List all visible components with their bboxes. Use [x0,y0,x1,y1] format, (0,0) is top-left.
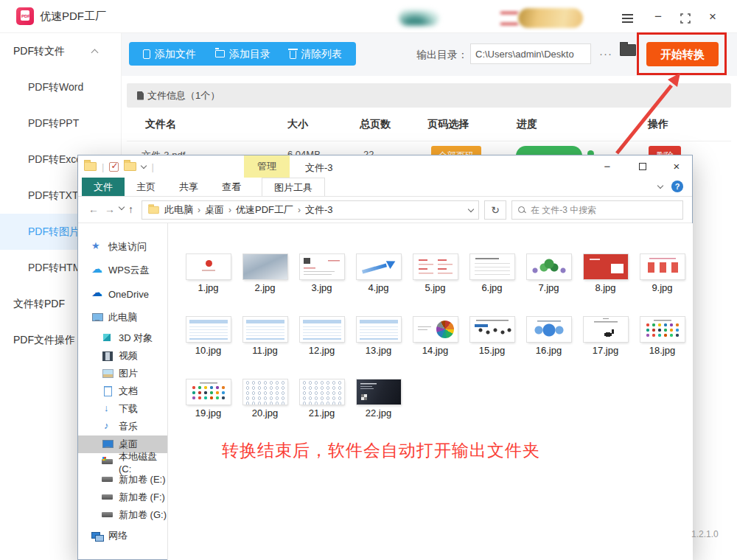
nav-item-label: 视频 [119,349,138,363]
ribbon-collapse-chevron-icon[interactable] [657,182,663,188]
tab-图片工具[interactable]: 图片工具 [262,178,325,196]
file-item[interactable]: 13.jpg [350,317,407,356]
tab-文件[interactable]: 文件 [82,178,125,196]
tab-共享[interactable]: 共享 [167,178,210,196]
nav-item-label: 桌面 [119,438,138,451]
file-item[interactable]: 22.jpg [350,379,407,419]
explorer-nav-item[interactable]: 下载 [78,400,167,418]
file-item[interactable]: 4.jpg [350,254,407,293]
file-item[interactable]: 20.jpg [237,379,293,419]
breadcrumb-separator: › [228,205,231,215]
file-item[interactable]: 2.jpg [237,254,293,293]
network-icon [91,531,103,541]
address-chevron-icon[interactable] [468,206,474,211]
breadcrumb-item[interactable]: 桌面 [205,203,224,217]
file-item[interactable]: 14.jpg [407,317,464,356]
file-item[interactable]: 7.jpg [520,254,577,293]
redacted-avatar [399,10,439,26]
explorer-nav-item[interactable]: OneDrive [78,282,167,306]
explorer-nav-item[interactable]: 视频 [78,347,167,365]
output-dir-input[interactable] [470,43,591,64]
add-folder-button[interactable]: 添加目录 [206,42,280,66]
explorer-maximize-icon[interactable] [632,158,654,175]
explorer-titlebar: | | 管理 文件-3 − × [78,155,692,178]
file-icon [143,49,150,59]
up-arrow-icon[interactable]: ↑ [128,203,133,215]
file-name: 3.jpg [293,282,350,293]
column-header: 总页数 [360,118,391,131]
forward-arrow-icon[interactable]: → [105,203,115,215]
explorer-close-icon[interactable]: × [666,158,688,175]
open-output-folder-icon[interactable] [620,44,636,56]
file-item[interactable]: 8.jpg [577,254,634,293]
clear-list-button[interactable]: 清除列表 [280,42,352,66]
file-item[interactable]: 9.jpg [634,254,691,293]
close-icon[interactable]: × [705,9,721,25]
help-icon[interactable]: ? [671,181,683,192]
browse-more-button[interactable]: ··· [597,43,615,64]
file-thumbnail [357,379,401,405]
explorer-nav-item[interactable]: 新加卷 (G:) [78,506,167,524]
history-chevron-icon[interactable] [119,204,125,210]
explorer-nav-item[interactable]: 文档 [78,382,167,400]
file-item[interactable]: 6.jpg [464,254,520,293]
ribbon-tabs: 文件主页共享查看图片工具 [78,178,692,197]
file-item[interactable]: 10.jpg [180,317,237,356]
file-item[interactable]: 11.jpg [237,317,293,356]
output-dir-label: 输出目录： [416,49,468,62]
explorer-nav-item[interactable]: 3D 对象 [78,329,167,347]
add-file-button[interactable]: 添加文件 [133,42,206,66]
explorer-nav-item[interactable]: 新加卷 (E:) [78,471,167,489]
explorer-nav-item[interactable]: 音乐 [78,418,167,435]
explorer-nav-item[interactable]: 本地磁盘 (C: [78,453,167,471]
file-item[interactable]: 19.jpg [180,379,237,419]
redacted-vip-pill[interactable] [518,8,583,28]
file-thumbnail [300,254,344,279]
folder-icon[interactable] [124,162,136,171]
breadcrumb-item[interactable]: 文件-3 [305,203,333,217]
explorer-nav-item[interactable]: 图片 [78,365,167,382]
file-item[interactable]: 1.jpg [180,254,237,293]
file-thumbnail [300,317,344,342]
explorer-nav-item[interactable]: 新加卷 (F:) [78,489,167,506]
minimize-icon[interactable]: − [650,9,666,25]
search-box[interactable] [511,200,683,220]
search-input[interactable] [531,205,663,215]
checkmark-icon[interactable] [109,162,119,172]
sidebar-group-pdf-to-file[interactable]: PDF转文件 [0,33,121,69]
file-item[interactable]: 12.jpg [293,317,350,356]
document-icon [137,91,144,100]
file-item[interactable]: 15.jpg [464,317,520,356]
file-item[interactable]: 3.jpg [293,254,350,293]
breadcrumb-item[interactable]: 优速PDF工厂 [236,203,293,217]
file-item[interactable]: 5.jpg [407,254,464,293]
tab-查看[interactable]: 查看 [210,178,253,196]
file-item[interactable]: 18.jpg [634,317,691,356]
back-arrow-icon[interactable]: ← [88,203,99,215]
file-thumbnail [413,317,458,342]
chevron-down-icon[interactable] [141,162,147,168]
explorer-window: | | 管理 文件-3 − × 文件主页共享查看图片工具 ? ← → ↑ 此电 [77,155,693,560]
fullscreen-icon[interactable] [677,9,694,25]
file-info-label: 文件信息（1个） [147,89,220,102]
breadcrumb-item[interactable]: 此电脑 [164,203,193,217]
refresh-button[interactable]: ↻ [484,200,506,220]
file-item[interactable]: 16.jpg [520,317,577,356]
explorer-nav-pane: 快速访问WPS云盘OneDrive此电脑3D 对象视频图片文档下载音乐桌面本地磁… [78,223,168,560]
file-item[interactable]: 21.jpg [293,379,350,419]
explorer-nav-item[interactable]: 此电脑 [78,306,167,329]
sidebar-item[interactable]: PDF转PPT [0,105,121,141]
tab-主页[interactable]: 主页 [125,178,167,196]
manage-contextual-tab[interactable]: 管理 [244,155,290,178]
file-thumbnail [640,317,685,342]
address-box[interactable]: 此电脑›桌面›优速PDF工厂›文件-3 [142,200,479,220]
menu-icon[interactable] [619,9,635,25]
explorer-nav-item[interactable]: 网络 [78,524,167,547]
file-name: 20.jpg [237,407,293,419]
sidebar-item[interactable]: PDF转Word [0,69,121,105]
file-item[interactable]: 17.jpg [577,317,634,356]
explorer-nav-item[interactable]: WPS云盘 [78,259,167,282]
explorer-minimize-icon[interactable]: − [596,158,618,175]
file-thumbnail [186,254,231,279]
explorer-nav-item[interactable]: 快速访问 [78,235,167,259]
